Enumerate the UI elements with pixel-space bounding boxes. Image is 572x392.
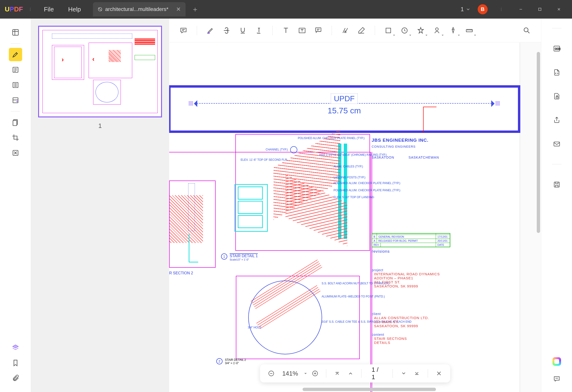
squiggly-tool[interactable] (252, 23, 266, 38)
drawing-element (423, 107, 436, 133)
zoom-value: 141% (282, 370, 298, 377)
comments-panel-button[interactable] (551, 373, 563, 385)
thumbnails-panel: › ‹ 1 (31, 18, 169, 392)
minimize-button[interactable] (515, 5, 527, 14)
annotation-toolbar (169, 18, 541, 42)
svg-rect-21 (554, 142, 560, 146)
svg-point-15 (524, 28, 528, 32)
convert-button[interactable] (551, 66, 563, 78)
detail-title: 1 STAIR DETAIL 1 Scale1/2" = 1'-0" (221, 253, 258, 261)
attachments-button[interactable] (9, 372, 22, 385)
edit-text-button[interactable] (9, 78, 22, 92)
horizontal-scrollbar[interactable] (169, 387, 536, 392)
layers-button[interactable] (9, 341, 22, 354)
divider (11, 43, 20, 44)
chevron-down-icon (466, 7, 471, 12)
highlighter-tool[interactable] (203, 23, 218, 38)
stamp-tool[interactable] (397, 23, 412, 38)
svg-point-13 (435, 28, 438, 30)
crop-button[interactable] (9, 131, 22, 144)
maximize-button[interactable] (534, 5, 546, 14)
text-tool[interactable] (279, 23, 293, 38)
callout-text: 3/4" HOLE (248, 326, 261, 329)
page-indicator[interactable]: 1 / 1 (372, 366, 382, 381)
revisions-table: BGENERAL REVISION17/12/01 ARELEASED FOR … (372, 233, 450, 247)
menu-file[interactable]: File (37, 6, 61, 13)
thumbnails-panel-button[interactable] (9, 26, 22, 39)
resize-handle-left[interactable] (189, 101, 193, 106)
measurement-annotation[interactable]: UPDF 15.75 cm (169, 85, 520, 133)
close-window-button[interactable] (553, 5, 565, 14)
close-tab-icon[interactable]: ✕ (176, 6, 181, 13)
tab-label: architectural...multileaders* (105, 6, 168, 12)
document-tab[interactable]: architectural...multileaders* ✕ (93, 2, 186, 16)
section-2 (169, 181, 216, 268)
svg-text:OCR: OCR (555, 47, 561, 50)
last-page-button[interactable] (412, 368, 422, 379)
detail-title: R SECTION 2 (169, 271, 193, 275)
close-toolbar-button[interactable] (434, 368, 444, 379)
search-button[interactable] (520, 23, 534, 38)
divider (552, 28, 561, 28)
separator: | (30, 7, 31, 11)
textbox-tool[interactable] (295, 23, 309, 38)
shapes-tool[interactable] (381, 23, 396, 38)
callout-tool[interactable] (311, 23, 325, 38)
prev-page-button[interactable] (346, 368, 355, 379)
callout-text: ELEV. 11'-6" TOP OF SECOND FLR. (241, 158, 288, 161)
eraser-tool[interactable] (354, 23, 368, 38)
strikeout-tool[interactable] (219, 23, 234, 38)
pdf-page: UPDF 15.75 cm POL (169, 42, 519, 392)
read-mode-button[interactable] (9, 63, 22, 77)
sticker-tool[interactable] (413, 23, 428, 38)
svg-rect-20 (556, 96, 558, 98)
share-button[interactable] (551, 114, 563, 126)
separator: | (501, 7, 502, 11)
next-page-button[interactable] (399, 368, 408, 379)
redact-button[interactable] (9, 146, 22, 159)
measure-tool[interactable] (462, 23, 477, 38)
stair-detail-1 (235, 134, 370, 251)
email-button[interactable] (551, 138, 563, 150)
pencil-tool[interactable] (338, 23, 352, 38)
callout-text: LANDING POSTS (TYP.) (334, 176, 365, 179)
tab-count[interactable]: 1 (461, 6, 470, 13)
stair-detail-2 (236, 276, 360, 359)
left-sidebar (0, 18, 31, 392)
comment-tool[interactable] (176, 23, 191, 38)
svg-rect-10 (316, 28, 321, 31)
zoom-out-button[interactable] (267, 368, 276, 379)
divider (11, 111, 20, 111)
first-page-button[interactable] (333, 368, 342, 379)
svg-rect-11 (386, 28, 391, 33)
pen-sign-tool[interactable] (446, 23, 460, 38)
forms-button[interactable] (9, 94, 22, 107)
zoom-in-button[interactable] (310, 368, 320, 379)
vertical-scrollbar[interactable] (536, 42, 541, 385)
ai-assistant-icon[interactable] (553, 357, 561, 366)
save-button[interactable] (551, 179, 563, 190)
measurement-label: UPDF (331, 94, 358, 104)
bookmarks-button[interactable] (9, 356, 22, 370)
zoom-dropdown[interactable] (304, 373, 307, 375)
thumbnail-page-number: 1 (38, 122, 162, 129)
svg-rect-2 (13, 30, 18, 35)
signature-tool[interactable] (430, 23, 444, 38)
page-viewport[interactable]: UPDF 15.75 cm POL (169, 42, 541, 392)
callout-text: ALUM. CABLES (TYP.) (334, 165, 363, 168)
underline-tool[interactable] (236, 23, 250, 38)
menu-help[interactable]: Help (61, 6, 88, 13)
dimension-line: UPDF 15.75 cm (194, 103, 494, 104)
highlight-tool-button[interactable] (9, 48, 22, 61)
new-tab-button[interactable]: ＋ (191, 4, 199, 14)
document-icon (98, 7, 102, 12)
user-avatar[interactable]: B (478, 4, 488, 14)
resize-handle-right[interactable] (495, 101, 500, 106)
app-logo: UPDF (0, 5, 24, 13)
page-thumbnail[interactable]: › ‹ (38, 26, 162, 117)
pages-organize-button[interactable] (9, 116, 22, 129)
svg-rect-22 (554, 182, 559, 187)
title-bar: UPDF | File Help architectural...multile… (0, 0, 572, 18)
protect-button[interactable] (551, 90, 563, 102)
ocr-button[interactable]: OCR (551, 43, 563, 55)
